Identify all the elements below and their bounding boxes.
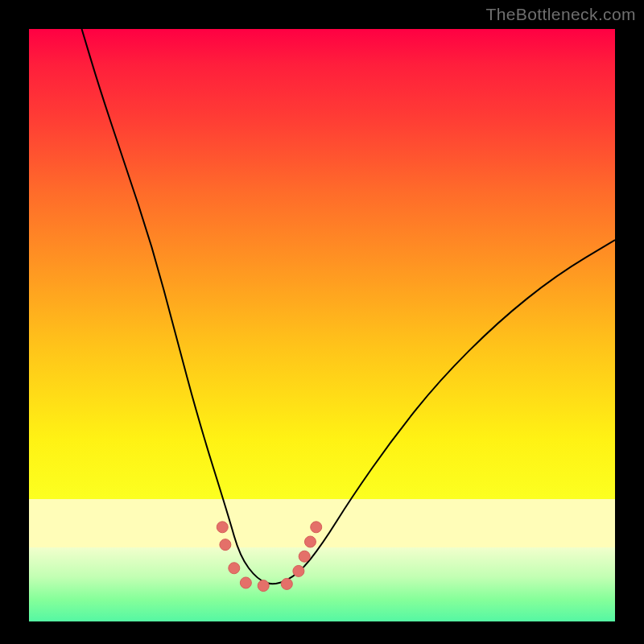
marker-dot: [217, 522, 228, 533]
marker-dot: [304, 536, 316, 547]
marker-dot: [258, 580, 269, 592]
watermark-text: TheBottleneck.com: [485, 5, 636, 24]
marker-dot: [220, 539, 231, 551]
marker-dot: [311, 522, 322, 533]
marker-dot: [299, 551, 310, 562]
marker-group: [217, 522, 321, 592]
marker-dot: [229, 563, 240, 574]
chart-outer-frame: TheBottleneck.com: [0, 0, 644, 644]
marker-dot: [293, 565, 304, 576]
marker-dot: [240, 577, 251, 588]
data-point-markers: [29, 29, 615, 615]
marker-dot: [281, 578, 292, 589]
